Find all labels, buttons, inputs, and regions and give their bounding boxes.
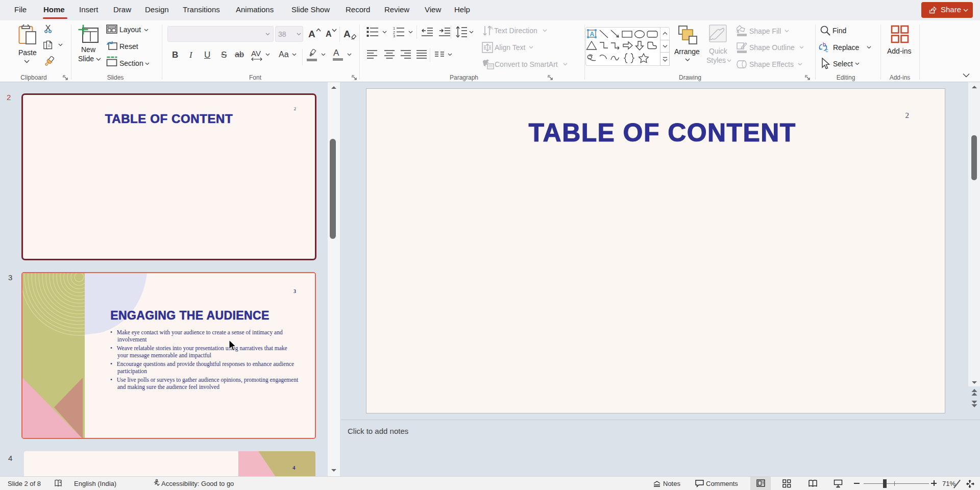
svg-text:A: A [490,26,493,31]
svg-text:A: A [590,31,595,38]
svg-text:3: 3 [393,34,395,38]
